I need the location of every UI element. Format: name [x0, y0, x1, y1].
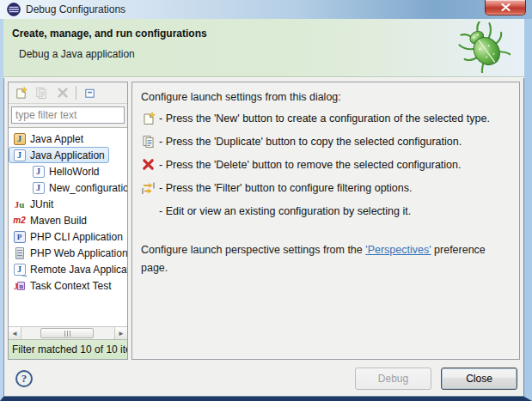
launch-types-panel: J Java Applet J Java Application J Hello…	[8, 82, 128, 360]
close-button[interactable]: Close	[441, 368, 517, 390]
tree-item-new-configuration[interactable]: J New_configuration	[28, 179, 127, 196]
instruction-row: - Press the 'Filter' button to configure…	[141, 176, 511, 199]
tree-item-java-applet[interactable]: J Java Applet	[9, 131, 88, 147]
dialog-footer: ? Debug Close	[15, 368, 517, 390]
scrollbar-thumb[interactable]	[40, 328, 94, 338]
horizontal-scrollbar[interactable]: ◄ ►	[9, 326, 127, 339]
new-config-button[interactable]	[12, 84, 30, 101]
new-icon	[15, 87, 28, 100]
dialog-header: Create, manage, and run configurations D…	[3, 19, 524, 77]
instructions-intro: Configure launch settings from this dial…	[141, 91, 511, 103]
new-icon	[141, 112, 156, 125]
filter-icon	[141, 181, 156, 195]
instruction-row: - Press the 'Delete' button to remove th…	[141, 153, 511, 176]
tree-item-maven-build[interactable]: m2 Maven Build	[9, 212, 91, 228]
header-title: Create, manage, and run configurations	[12, 27, 524, 39]
eclipse-icon	[7, 3, 21, 16]
java-application-icon: J	[13, 149, 26, 161]
configurations-tree: J Java Applet J Java Application J Hello…	[9, 127, 127, 340]
filter-field-wrap	[9, 104, 127, 127]
java-applet-icon: J	[13, 132, 26, 145]
perspectives-link[interactable]: 'Perspectives'	[365, 244, 431, 256]
titlebar[interactable]: Debug Configurations	[0, 0, 532, 19]
debug-bug-icon	[457, 21, 511, 73]
scroll-right-arrow[interactable]: ►	[114, 327, 127, 339]
delete-icon	[141, 158, 156, 171]
php-cli-icon: P	[13, 230, 26, 243]
window-title: Debug Configurations	[26, 3, 125, 15]
debug-button[interactable]: Debug	[355, 368, 431, 390]
remote-java-icon: J→	[13, 263, 26, 276]
junit-icon: Ju	[13, 197, 26, 210]
tree-toolbar	[9, 82, 127, 104]
instruction-row: - Edit or view an existing configuration…	[141, 199, 511, 222]
tree-item-remote-java-application[interactable]: J→ Remote Java Application	[9, 261, 127, 277]
tree-item-php-cli-application[interactable]: P PHP CLI Application	[9, 228, 127, 245]
close-window-button[interactable]	[485, 0, 526, 15]
duplicate-icon	[141, 135, 156, 149]
collapse-all-button[interactable]	[81, 84, 99, 101]
php-web-icon	[13, 246, 26, 259]
tree-item-junit[interactable]: Ju JUnit	[9, 196, 58, 212]
instruction-row: - Press the 'New' button to create a con…	[141, 106, 511, 130]
toolbar-separator	[76, 86, 76, 100]
perspective-note: Configure launch perspective settings fr…	[141, 241, 511, 277]
tree-item-helloworld[interactable]: J HelloWorld	[28, 163, 103, 179]
scroll-left-arrow[interactable]: ◄	[9, 327, 21, 339]
close-icon	[501, 3, 511, 11]
task-context-icon: Ju	[13, 279, 26, 292]
collapse-all-icon	[83, 87, 96, 100]
duplicate-config-button[interactable]	[33, 84, 51, 101]
filter-status: Filter matched 10 of 10 items	[9, 340, 127, 359]
delete-icon	[57, 87, 69, 99]
filter-input[interactable]	[11, 106, 125, 124]
instruction-row: - Press the 'Duplicate' button to copy t…	[141, 130, 511, 153]
instructions-panel: Configure launch settings from this dial…	[131, 82, 520, 360]
debug-configurations-dialog: Debug Configurations Create, manage, and…	[0, 0, 532, 401]
maven-icon: m2	[13, 214, 26, 227]
duplicate-icon	[35, 87, 48, 100]
java-application-icon: J	[32, 181, 45, 194]
dialog-frame: Create, manage, and run configurations D…	[0, 19, 532, 401]
scrollbar-track[interactable]	[21, 327, 114, 339]
help-button[interactable]: ?	[15, 370, 33, 387]
java-application-icon: J	[32, 165, 45, 178]
tree-item-task-context-test[interactable]: Ju Task Context Test	[9, 277, 116, 294]
tree-item-php-web-application[interactable]: PHP Web Application	[9, 245, 127, 261]
delete-config-button[interactable]	[53, 84, 71, 101]
header-subtitle: Debug a Java application	[19, 48, 524, 60]
tree-item-java-application[interactable]: J Java Application	[9, 147, 109, 163]
